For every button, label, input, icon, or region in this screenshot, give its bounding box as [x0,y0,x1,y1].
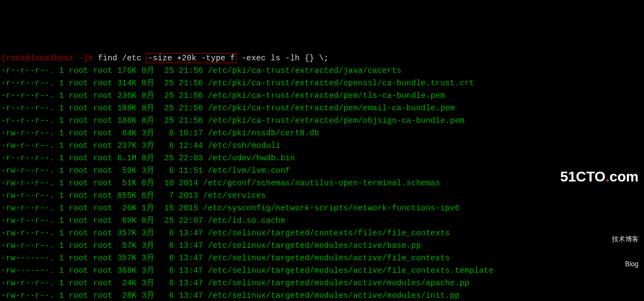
command-line: [root@localhost ~]# find /etc -size +20k… [1,52,643,65]
ls-output-row: -rw-r--r--. 1 root root 69K 8月 25 22:07 … [1,215,643,227]
ls-output-row: -rw-r--r--. 1 root root 28K 3月 6 13:47 /… [1,290,643,301]
ls-output-row: -rw-r--r--. 1 root root 655K 6月 7 2013 /… [1,190,643,202]
ls-output-row: -rw-r--r--. 1 root root 59K 3月 6 11:51 /… [1,165,643,177]
command-text: find /etc [98,54,146,62]
ls-output-row: -rw-------. 1 root root 357K 3月 6 13:47 … [1,252,643,265]
ls-output-row: -r--r--r--. 1 root root 176K 8月 25 21:56… [1,65,643,77]
command-highlight-box: -size +20k -type f [146,53,237,63]
ls-output-row: -rw-r--r--. 1 root root 64K 3月 6 10:17 /… [1,127,643,140]
ls-output-row: -r--r--r--. 1 root root 314K 8月 25 21:56… [1,77,643,90]
ls-output-row: -rw-r--r--. 1 root root 24K 3月 6 13:47 /… [1,277,643,290]
ls-output-row: -rw-------. 1 root root 368K 3月 6 13:47 … [1,265,643,277]
ls-output-row: -r--r--r--. 1 root root 6.1M 8月 25 22:03… [1,152,643,165]
terminal[interactable]: [root@localhost ~]# find /etc -size +20k… [0,50,644,301]
ls-output-row: -r--r--r--. 1 root root 188K 8月 25 21:56… [1,102,643,115]
ls-output-row: -rw-r--r--. 1 root root 57K 3月 6 13:47 /… [1,240,643,252]
ls-output-row: -r--r--r--. 1 root root 188K 8月 25 21:56… [1,115,643,127]
command-text: -exec ls -lh {} \; [237,54,329,62]
ls-output-row: -rw-r--r--. 1 root root 237K 3月 6 12:44 … [1,140,643,152]
ls-output-row: -rw-r--r--. 1 root root 357K 3月 6 13:47 … [1,227,643,240]
ls-output-row: -rw-r--r--. 1 root root 51K 6月 10 2014 /… [1,177,643,190]
ls-output-row: -r--r--r--. 1 root root 236K 8月 25 21:56… [1,90,643,102]
ls-output-row: -rw-r--r--. 1 root root 26K 1月 15 2015 /… [1,202,643,215]
shell-prompt: [root@localhost ~]# [1,54,98,62]
